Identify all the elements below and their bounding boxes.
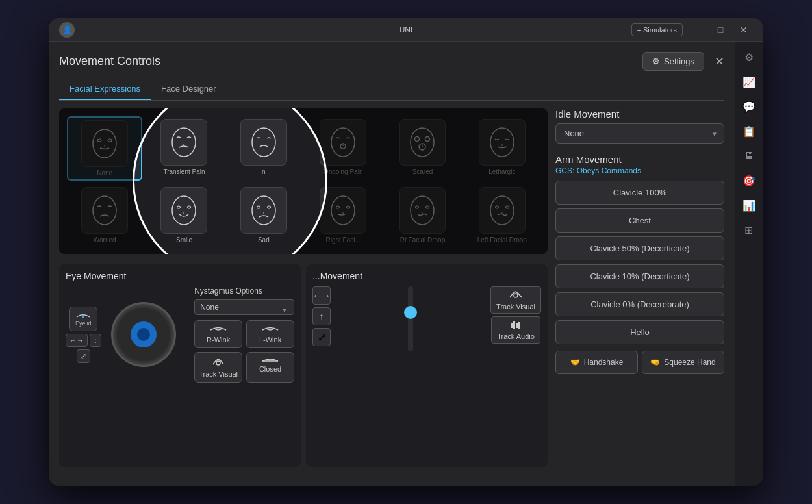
sidebar-icon-chat[interactable]: 💬 bbox=[739, 96, 759, 117]
svg-rect-42 bbox=[511, 323, 513, 328]
track-audio-btn[interactable]: Track Audio bbox=[491, 316, 540, 344]
svg-point-28 bbox=[347, 206, 350, 208]
idle-movement-dropdown[interactable]: None Breathing Slight Movement bbox=[555, 123, 724, 144]
clavicle-10-btn[interactable]: Clavicle 10% (Decorticate) bbox=[555, 264, 724, 288]
maximize-button[interactable]: □ bbox=[711, 22, 730, 38]
track-audio-label: Track Audio bbox=[497, 333, 535, 340]
mouth-movement-panel: ...Movement ←→ ↑ bbox=[306, 264, 548, 467]
facial-expressions-grid: None bbox=[59, 108, 548, 254]
sidebar-icon-vitals[interactable]: 📊 bbox=[739, 195, 759, 216]
eye-up-arrow[interactable]: ↕ bbox=[90, 334, 101, 347]
face-item-right-facial[interactable]: Right Faci... bbox=[305, 184, 381, 246]
sidebar-icon-chart[interactable]: 📈 bbox=[739, 71, 759, 92]
face-item-rt-facial-droop[interactable]: Rt Facial Droop bbox=[385, 184, 460, 246]
track-icon-controls: Track Visual bbox=[490, 286, 541, 344]
close-panel-button[interactable]: ✕ bbox=[715, 55, 724, 69]
hello-btn[interactable]: Hello bbox=[555, 320, 724, 344]
face-item-lethargic[interactable]: Lethargic bbox=[464, 116, 540, 181]
eyelid-button[interactable]: Eyelid bbox=[69, 307, 97, 331]
svg-point-35 bbox=[495, 206, 498, 208]
eye-left-arrow[interactable]: ←→ bbox=[66, 334, 88, 347]
face-icon-rt-facial-droop bbox=[399, 187, 446, 234]
sidebar: ⚙ 📈 💬 📋 🖥 🎯 📊 ⊞ bbox=[735, 42, 763, 486]
l-wink-button[interactable]: L-Wink bbox=[246, 320, 294, 348]
squeeze-hand-btn[interactable]: 🤜 Squeeze Hand bbox=[642, 351, 724, 374]
sidebar-icon-clipboard[interactable]: 📋 bbox=[739, 121, 759, 142]
sidebar-icon-bookmark[interactable]: 🖥 bbox=[739, 145, 759, 166]
user-icon[interactable]: 👤 bbox=[59, 22, 75, 38]
content-area: None bbox=[59, 108, 724, 467]
app-title: UNI bbox=[400, 25, 413, 34]
dir-left-btn[interactable]: ←→ bbox=[312, 286, 331, 305]
face-icon-transient-pain bbox=[160, 119, 207, 166]
face-label-n: n bbox=[262, 168, 266, 175]
eye-movement-title: Eye Movement bbox=[66, 271, 294, 281]
r-wink-label: R-Wink bbox=[207, 336, 230, 344]
main-content: Movement Controls ⚙ Settings ✕ Facial Ex… bbox=[49, 42, 763, 486]
face-item-transient-pain[interactable]: Transient Pain bbox=[146, 116, 222, 181]
workspace: Movement Controls ⚙ Settings ✕ Facial Ex… bbox=[49, 42, 735, 486]
track-visual-mouth-btn[interactable]: Track Visual bbox=[490, 286, 541, 314]
face-label-sad: Sad bbox=[258, 236, 270, 244]
expand-mouth-btn[interactable]: ⤢ bbox=[312, 328, 331, 346]
chest-btn[interactable]: Chest bbox=[555, 208, 724, 233]
face-item-sad[interactable]: Sad bbox=[226, 184, 301, 246]
svg-point-11 bbox=[415, 136, 420, 141]
tabs-bar: Facial Expressions Face Designer bbox=[59, 79, 724, 101]
settings-button[interactable]: ⚙ Settings bbox=[642, 52, 704, 71]
mouth-slider-thumb[interactable] bbox=[404, 306, 417, 319]
minimize-button[interactable]: — bbox=[688, 22, 706, 38]
mouth-slider-track[interactable] bbox=[408, 286, 413, 351]
panel-header: Movement Controls ⚙ Settings ✕ bbox=[59, 52, 724, 71]
svg-point-22 bbox=[252, 196, 275, 225]
closed-eye-label: Closed bbox=[259, 365, 281, 373]
tab-facial-expressions[interactable]: Facial Expressions bbox=[59, 79, 151, 100]
face-label-lethargic: Lethargic bbox=[488, 168, 515, 175]
track-visual-eye-label: Track Visual bbox=[199, 370, 238, 378]
sidebar-icon-grid[interactable]: ⊞ bbox=[739, 220, 759, 240]
handshake-icon: 🤝 bbox=[570, 358, 580, 367]
clavicle-50-btn[interactable]: Clavicle 50% (Decorticate) bbox=[555, 236, 724, 260]
arm-movement-subtitle: GCS: Obeys Commands bbox=[555, 166, 724, 175]
eye-controls-row: Eyelid ←→ ↕ ⤢ bbox=[66, 286, 294, 383]
nystagmus-dropdown[interactable]: None Horizontal Vertical Rotary bbox=[194, 299, 294, 315]
expand-eye-btn[interactable]: ⤢ bbox=[77, 349, 90, 363]
face-item-scared[interactable]: Scared bbox=[385, 116, 460, 181]
svg-point-18 bbox=[172, 196, 196, 225]
face-item-left-facial-droop[interactable]: Left Facial Droop bbox=[464, 184, 540, 246]
closed-eye-button[interactable]: Closed bbox=[246, 352, 294, 383]
right-panel: Idle Movement None Breathing Slight Move… bbox=[555, 108, 724, 467]
clavicle-100-btn[interactable]: Clavicle 100% bbox=[555, 181, 724, 205]
svg-point-23 bbox=[257, 206, 260, 208]
eye-pupil-inner bbox=[137, 328, 150, 341]
track-visual-eye-button[interactable]: Track Visual bbox=[194, 352, 242, 383]
face-item-smile[interactable]: Smile bbox=[146, 184, 222, 246]
close-window-button[interactable]: ✕ bbox=[735, 22, 753, 38]
face-icon-ongoing-pain bbox=[320, 119, 366, 166]
handshake-btn[interactable]: 🤝 Handshake bbox=[555, 351, 638, 374]
face-icon-smile bbox=[160, 187, 207, 234]
svg-point-12 bbox=[425, 136, 430, 141]
clavicle-0-btn[interactable]: Clavicle 0% (Decerebrate) bbox=[555, 292, 724, 316]
face-item-worried[interactable]: Worried bbox=[67, 184, 142, 246]
sidebar-icon-settings[interactable]: ⚙ bbox=[739, 47, 759, 68]
idle-dropdown-wrapper: None Breathing Slight Movement ▼ bbox=[555, 123, 724, 144]
face-item-n[interactable]: n bbox=[226, 116, 301, 181]
face-label-transient-pain: Transient Pain bbox=[163, 168, 205, 175]
svg-point-27 bbox=[336, 206, 340, 208]
svg-rect-45 bbox=[518, 322, 520, 329]
face-item-ongoing-pain[interactable]: Ongoing Pain bbox=[305, 116, 381, 181]
face-icon-none bbox=[81, 120, 128, 167]
simulators-button[interactable]: + Simulators bbox=[631, 23, 683, 36]
face-item-none[interactable]: None bbox=[67, 116, 142, 181]
nystagmus-section: Nystagmus Options None Horizontal Vertic… bbox=[194, 286, 294, 383]
svg-point-2 bbox=[108, 139, 112, 142]
svg-point-39 bbox=[216, 361, 220, 365]
r-wink-button[interactable]: R-Wink bbox=[194, 320, 242, 348]
sidebar-icon-monitor[interactable]: 🎯 bbox=[739, 170, 759, 191]
dir-up-btn[interactable]: ↑ bbox=[312, 307, 331, 325]
app-window: 👤 UNI + Simulators — □ ✕ Movement Contro… bbox=[49, 18, 763, 486]
tab-face-designer[interactable]: Face Designer bbox=[151, 79, 227, 100]
nystagmus-title: Nystagmus Options bbox=[194, 286, 294, 296]
svg-point-41 bbox=[514, 294, 518, 297]
